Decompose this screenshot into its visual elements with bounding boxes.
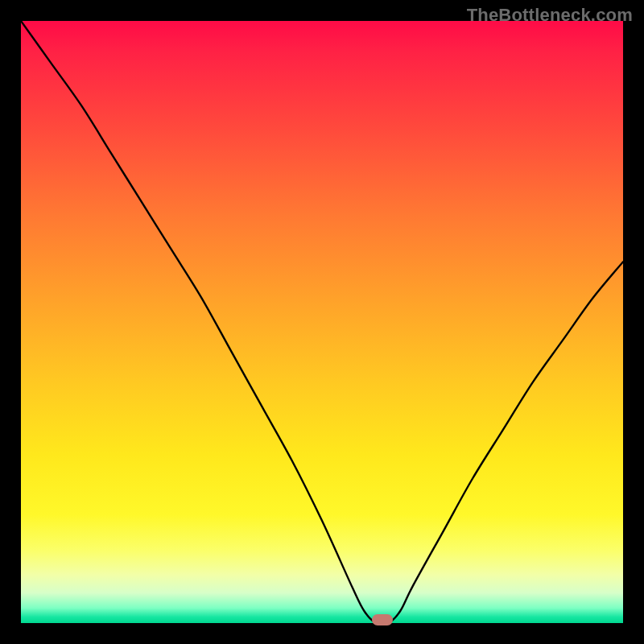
- chart-frame: TheBottleneck.com: [0, 0, 644, 644]
- optimal-marker: [372, 614, 393, 625]
- watermark-text: TheBottleneck.com: [467, 5, 633, 26]
- bottleneck-curve: [21, 21, 623, 623]
- plot-area: [21, 21, 623, 623]
- curve-path: [21, 21, 623, 623]
